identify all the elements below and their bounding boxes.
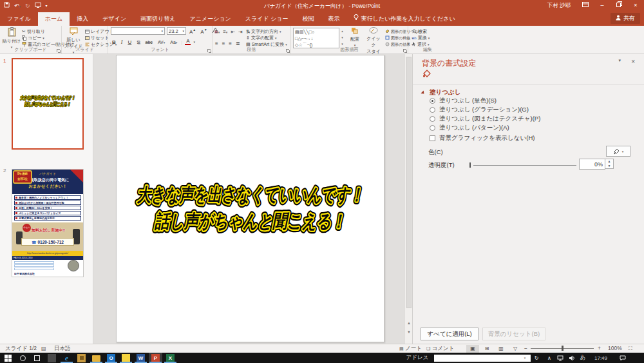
- fill-option-gradient[interactable]: 塗りつぶし (グラデーション)(G): [430, 106, 529, 113]
- tab-transitions[interactable]: 画面切り替え: [133, 12, 182, 26]
- taskbar-app-excel[interactable]: X: [164, 353, 177, 363]
- align-center-icon[interactable]: ≡: [222, 41, 225, 46]
- taskbar-app-powerpoint-active[interactable]: P: [149, 353, 162, 363]
- font-dialog-launcher[interactable]: [207, 49, 211, 52]
- tab-insert[interactable]: 挿入: [70, 12, 95, 26]
- slide2-thumbnail[interactable]: バナガイド 正規取扱店の田中電気に おまかせください！ 8年連続全国1位 高音質…: [12, 169, 84, 277]
- font-name-combo[interactable]: ▾: [111, 27, 165, 35]
- change-case-button[interactable]: Aa▾: [169, 40, 178, 44]
- indent-increase-icon[interactable]: ⇥: [238, 29, 243, 35]
- tab-review[interactable]: 校閲: [296, 12, 321, 26]
- language-indicator[interactable]: 日本語: [54, 344, 71, 353]
- reset-button[interactable]: リセット: [91, 35, 109, 41]
- zoom-slider[interactable]: [531, 348, 594, 349]
- scrollbar-thumb[interactable]: [406, 57, 412, 308]
- fill-option-picture[interactable]: 塗りつぶし (図またはテクスチャ)(P): [430, 115, 540, 123]
- address-input[interactable]: [434, 355, 531, 362]
- color-picker-button[interactable]: ▾: [606, 146, 630, 157]
- notes-button[interactable]: ▤ ノート: [399, 344, 422, 353]
- pane-close-icon[interactable]: ×: [631, 58, 635, 65]
- font-color-button[interactable]: A: [185, 39, 191, 45]
- cut-button[interactable]: 切り取り: [27, 28, 45, 35]
- slide-sorter-view-button[interactable]: ⊞: [480, 345, 493, 353]
- taskbar-app-explorer[interactable]: [90, 353, 103, 363]
- taskbar-app[interactable]: [45, 353, 59, 363]
- font-size-combo[interactable]: 23.2▾: [167, 27, 186, 35]
- speaker-icon[interactable]: [567, 353, 577, 363]
- paste-button[interactable]: 貼り付け▾: [2, 27, 21, 49]
- slideshow-view-button[interactable]: ▽: [509, 345, 522, 353]
- fill-option-pattern[interactable]: 塗りつぶし (パターン)(A): [430, 124, 509, 132]
- zoom-level[interactable]: 100%: [608, 344, 622, 353]
- shrink-font-button[interactable]: A▼: [199, 28, 208, 35]
- tab-design[interactable]: デザイン: [95, 12, 133, 26]
- restore-button[interactable]: [612, 0, 626, 12]
- tray-expand-icon[interactable]: ∧: [545, 353, 554, 363]
- tab-slideshow[interactable]: スライド ショー: [238, 12, 296, 26]
- zoom-out-button[interactable]: −: [524, 344, 527, 353]
- normal-view-button[interactable]: ▣: [466, 345, 479, 353]
- shapes-gallery-scroll[interactable]: ▴▾▾: [340, 28, 345, 48]
- arrange-button[interactable]: 配置▾: [346, 27, 363, 47]
- zoom-slider-thumb[interactable]: [562, 346, 564, 351]
- underline-button[interactable]: U: [126, 39, 133, 45]
- taskbar-app-outlook[interactable]: O: [104, 353, 118, 363]
- tell-me-box[interactable]: 実行したい作業を入力してください: [347, 12, 462, 26]
- transparency-slider[interactable]: [469, 162, 576, 168]
- shapes-gallery[interactable]: ▤▥╲╲□○ □△⌐¬→↓ ◇☆⌒~{): [293, 28, 339, 48]
- network-icon[interactable]: [555, 353, 565, 363]
- align-right-icon[interactable]: ≡: [229, 41, 232, 46]
- canvas-scrollbar[interactable]: ▲ ▼: [404, 54, 412, 344]
- fit-to-window-icon[interactable]: ⛶: [629, 344, 632, 353]
- tab-animations[interactable]: アニメーション: [183, 12, 238, 26]
- fill-category-icon[interactable]: [422, 70, 431, 80]
- tab-file[interactable]: ファイル: [0, 12, 38, 26]
- action-center-icon[interactable]: [617, 353, 629, 363]
- ime-indicator[interactable]: あ: [578, 353, 587, 363]
- justify-icon[interactable]: ≣: [236, 41, 240, 46]
- pane-options-icon[interactable]: ▾: [618, 58, 621, 63]
- minimize-button[interactable]: –: [595, 0, 609, 12]
- slide1-thumbnail[interactable]: 大きな声を出さなくていいんです！ 大きな声を出さなくていいんです！ 大きな声を出…: [12, 58, 84, 150]
- start-button[interactable]: [0, 353, 15, 363]
- taskbar-app-word[interactable]: W: [134, 353, 147, 363]
- cortana-button[interactable]: [15, 353, 30, 363]
- transparency-spinner[interactable]: ▲▼: [605, 159, 614, 169]
- slide-indicator[interactable]: スライド 1/2: [5, 344, 37, 353]
- zoom-in-button[interactable]: +: [598, 344, 601, 353]
- taskbar-app-stickynotes[interactable]: [119, 353, 133, 363]
- character-spacing-button[interactable]: AV▾: [156, 40, 166, 44]
- grow-font-button[interactable]: A▲: [188, 28, 197, 35]
- slide-page[interactable]: 大きな声を出さなくていいんです！ 大きな声を出さなくていいんです！ 大きな声を出…: [116, 55, 384, 342]
- slide-canvas[interactable]: 大きな声を出さなくていいんです！ 大きな声を出さなくていいんです！ 大きな声を出…: [93, 54, 404, 344]
- fill-section-label[interactable]: 塗りつぶし: [430, 88, 460, 97]
- tab-view[interactable]: 表示: [321, 12, 347, 26]
- copy-button[interactable]: コピー: [28, 35, 41, 41]
- clock[interactable]: 17:49: [590, 353, 612, 363]
- close-button[interactable]: ×: [629, 0, 643, 12]
- share-button[interactable]: 共有: [611, 13, 640, 24]
- bullets-icon[interactable]: ≡▾: [215, 29, 220, 35]
- numbering-icon[interactable]: ≡▾: [223, 29, 227, 35]
- accessibility-icon[interactable]: ▤: [41, 344, 46, 353]
- indent-decrease-icon[interactable]: ⇤: [231, 29, 235, 35]
- apply-to-all-button[interactable]: すべてに適用(L): [421, 328, 478, 340]
- italic-button[interactable]: I: [120, 39, 124, 45]
- slider-thumb[interactable]: [469, 162, 471, 168]
- comments-button[interactable]: ❑ コメント: [426, 344, 454, 353]
- address-go-icon[interactable]: ↻: [532, 353, 541, 363]
- fill-option-solid[interactable]: 塗りつぶし (単色)(S): [430, 97, 497, 104]
- drawing-dialog-launcher[interactable]: [403, 49, 406, 52]
- slide-text[interactable]: 大きな声を出さなくていいんです！ 大きな声を出さなくていいんです！ 大きな声を出…: [117, 182, 384, 237]
- tab-home[interactable]: ホーム: [38, 12, 70, 26]
- task-view-button[interactable]: [30, 353, 44, 363]
- text-shadow-button[interactable]: S: [135, 39, 141, 45]
- clipboard-dialog-launcher[interactable]: [57, 49, 60, 52]
- paragraph-dialog-launcher[interactable]: [286, 49, 289, 52]
- strikethrough-button[interactable]: abc: [144, 40, 154, 44]
- fill-section-collapse-icon[interactable]: [421, 90, 425, 95]
- hide-background-graphics-checkbox[interactable]: 背景グラフィックを表示しない(H): [430, 134, 535, 142]
- ribbon-display-options-icon[interactable]: [578, 0, 592, 12]
- align-left-icon[interactable]: ≡: [215, 41, 218, 46]
- reading-view-button[interactable]: ▥: [495, 345, 507, 353]
